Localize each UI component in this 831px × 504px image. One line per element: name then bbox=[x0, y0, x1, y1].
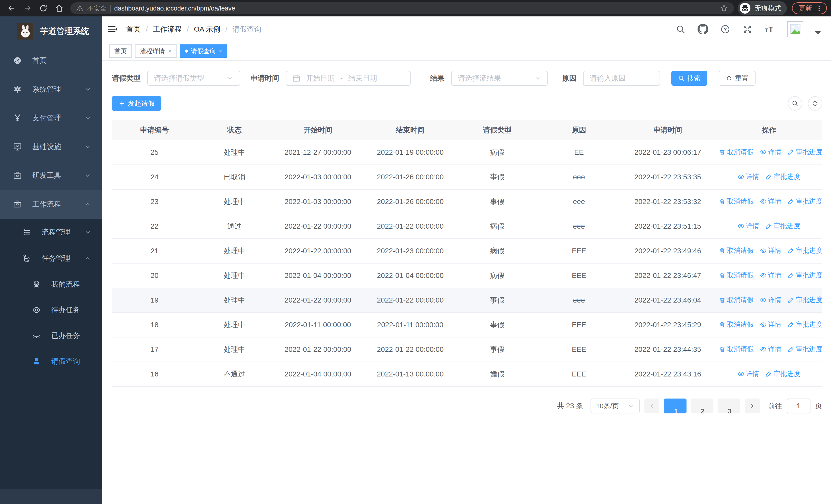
sidebar-item-workflow[interactable]: 工作流程 bbox=[0, 190, 102, 219]
sidebar-item-done-tasks[interactable]: 已办任务 bbox=[0, 323, 102, 349]
cell-end-time: 2022-01-13 00:00:00 bbox=[364, 362, 457, 386]
address-bar[interactable]: 不安全 dashboard.yudao.iocoder.cn/bpm/oa/le… bbox=[70, 2, 734, 14]
tab-home[interactable]: 首页 bbox=[109, 45, 132, 58]
leave-type-select[interactable]: 请选择请假类型 bbox=[147, 71, 240, 86]
close-tab-icon[interactable]: × bbox=[219, 48, 222, 55]
detail-link[interactable]: 详情 bbox=[760, 295, 781, 304]
cell-reason: EEE bbox=[538, 239, 620, 263]
home-icon bbox=[55, 4, 64, 13]
detail-link[interactable]: 详情 bbox=[760, 320, 781, 329]
cancel-leave-link[interactable]: 取消请假 bbox=[719, 197, 754, 206]
approval-progress-link[interactable]: 审批进度 bbox=[787, 148, 823, 156]
breadcrumb-home[interactable]: 首页 bbox=[126, 24, 141, 34]
prev-page-button[interactable] bbox=[644, 398, 659, 413]
cell-start-time: 2022-01-22 00:00:00 bbox=[272, 288, 364, 313]
approval-progress-link[interactable]: 审批进度 bbox=[787, 295, 823, 304]
cancel-leave-link[interactable]: 取消请假 bbox=[719, 320, 754, 329]
approval-progress-link[interactable]: 审批进度 bbox=[787, 197, 823, 206]
search-button[interactable]: 搜索 bbox=[671, 71, 707, 86]
detail-link[interactable]: 详情 bbox=[738, 221, 759, 231]
cell-end-time: 2022-01-19 00:00:00 bbox=[364, 140, 457, 165]
select-placeholder: 请选择流结果 bbox=[458, 73, 534, 83]
page-size-select[interactable]: 10条/页 bbox=[591, 398, 640, 413]
user-avatar[interactable] bbox=[787, 21, 803, 37]
sidebar-item-payment-management[interactable]: 支付管理 bbox=[0, 104, 102, 132]
detail-link[interactable]: 详情 bbox=[760, 148, 781, 156]
cell-status: 已取消 bbox=[197, 165, 272, 189]
fullscreen-button[interactable] bbox=[742, 24, 752, 34]
cell-start-time: 2022-01-04 00:00:00 bbox=[272, 263, 364, 288]
cell-id: 18 bbox=[112, 313, 197, 337]
browser-update-button[interactable]: 更新 bbox=[792, 2, 827, 14]
cancel-leave-link[interactable]: 取消请假 bbox=[719, 148, 754, 156]
app-logo-row[interactable]: 芋道管理系统 bbox=[0, 17, 102, 46]
cell-start-time: 2022-01-22 00:00:00 bbox=[272, 337, 364, 362]
tab-leave-query[interactable]: 请假查询 × bbox=[180, 45, 227, 58]
page-number-button[interactable]: 2 bbox=[691, 398, 713, 413]
cancel-leave-link[interactable]: 取消请假 bbox=[719, 345, 754, 354]
cell-status: 处理中 bbox=[197, 263, 272, 288]
chevron-up-icon bbox=[84, 255, 91, 262]
approval-progress-link[interactable]: 审批进度 bbox=[765, 221, 800, 231]
cell-leave-type: 事假 bbox=[456, 189, 538, 214]
sidebar-item-todo-tasks[interactable]: 待办任务 bbox=[0, 297, 102, 323]
sidebar-collapse-button[interactable] bbox=[102, 17, 122, 42]
detail-link[interactable]: 详情 bbox=[760, 271, 781, 280]
sidebar-item-label: 首页 bbox=[32, 56, 47, 65]
goto-page-input[interactable] bbox=[787, 398, 810, 413]
reason-input[interactable]: 请输入原因 bbox=[583, 71, 660, 86]
browser-forward-button[interactable] bbox=[20, 1, 35, 16]
detail-link[interactable]: 详情 bbox=[760, 246, 781, 255]
detail-link[interactable]: 详情 bbox=[738, 172, 759, 181]
not-secure-label: 不安全 bbox=[87, 4, 107, 12]
result-select[interactable]: 请选择流结果 bbox=[451, 71, 548, 86]
header-search-button[interactable] bbox=[676, 24, 686, 34]
cancel-leave-link[interactable]: 取消请假 bbox=[719, 246, 754, 255]
sidebar-item-home[interactable]: 首页 bbox=[0, 46, 102, 75]
page-number-button[interactable]: 3 bbox=[718, 398, 740, 413]
bookmark-button[interactable] bbox=[720, 4, 728, 12]
sidebar-item-process-management[interactable]: 流程管理 bbox=[0, 219, 102, 245]
approval-progress-link[interactable]: 审批进度 bbox=[787, 320, 823, 329]
approval-progress-link[interactable]: 审批进度 bbox=[787, 271, 823, 280]
apply-time-range-picker[interactable]: 开始日期 - 结束日期 bbox=[286, 71, 411, 86]
cancel-leave-link[interactable]: 取消请假 bbox=[719, 271, 754, 280]
page-number-button[interactable]: 1 bbox=[664, 398, 687, 413]
chevron-down-icon bbox=[84, 86, 91, 93]
detail-link[interactable]: 详情 bbox=[760, 197, 781, 206]
toggle-search-button[interactable] bbox=[788, 96, 802, 111]
browser-back-button[interactable] bbox=[4, 1, 19, 16]
sidebar-item-leave-query[interactable]: 请假查询 bbox=[0, 349, 102, 374]
sidebar-item-infrastructure[interactable]: 基础设施 bbox=[0, 132, 102, 161]
sidebar-item-dev-tools[interactable]: 研发工具 bbox=[0, 161, 102, 190]
user-face-icon bbox=[32, 280, 41, 289]
font-size-button[interactable]: TT bbox=[764, 24, 776, 34]
approval-progress-link[interactable]: 审批进度 bbox=[765, 172, 800, 181]
cancel-leave-link[interactable]: 取消请假 bbox=[719, 295, 754, 304]
tab-process-detail[interactable]: 流程详情 × bbox=[135, 45, 177, 58]
next-page-button[interactable] bbox=[745, 398, 760, 413]
browser-home-button[interactable] bbox=[52, 1, 67, 16]
create-leave-button[interactable]: 发起请假 bbox=[112, 96, 161, 111]
detail-link[interactable]: 详情 bbox=[760, 345, 781, 354]
help-button[interactable]: ? bbox=[720, 24, 730, 34]
forward-arrow-icon bbox=[23, 4, 32, 13]
github-link[interactable] bbox=[697, 24, 708, 35]
breadcrumb-workflow[interactable]: 工作流程 bbox=[153, 24, 182, 34]
sidebar-item-my-process[interactable]: 我的流程 bbox=[0, 271, 102, 297]
breadcrumb-oa-example[interactable]: OA 示例 bbox=[194, 24, 221, 34]
reset-button[interactable]: 重置 bbox=[719, 71, 755, 86]
sidebar-item-system-management[interactable]: 系统管理 bbox=[0, 75, 102, 104]
approval-progress-link[interactable]: 审批进度 bbox=[787, 246, 823, 255]
detail-link[interactable]: 详情 bbox=[738, 369, 759, 378]
browser-reload-button[interactable] bbox=[36, 1, 51, 16]
approval-progress-link[interactable]: 审批进度 bbox=[787, 345, 823, 354]
breadcrumb-separator: / bbox=[187, 25, 189, 33]
monitor-chart-icon bbox=[13, 142, 22, 151]
approval-progress-link[interactable]: 审批进度 bbox=[765, 369, 800, 378]
user-menu-caret-icon[interactable] bbox=[815, 31, 821, 35]
sidebar-item-task-management[interactable]: 任务管理 bbox=[0, 245, 102, 271]
close-tab-icon[interactable]: × bbox=[168, 48, 171, 55]
kebab-menu-icon[interactable] bbox=[815, 5, 823, 12]
refresh-table-button[interactable] bbox=[808, 96, 822, 111]
